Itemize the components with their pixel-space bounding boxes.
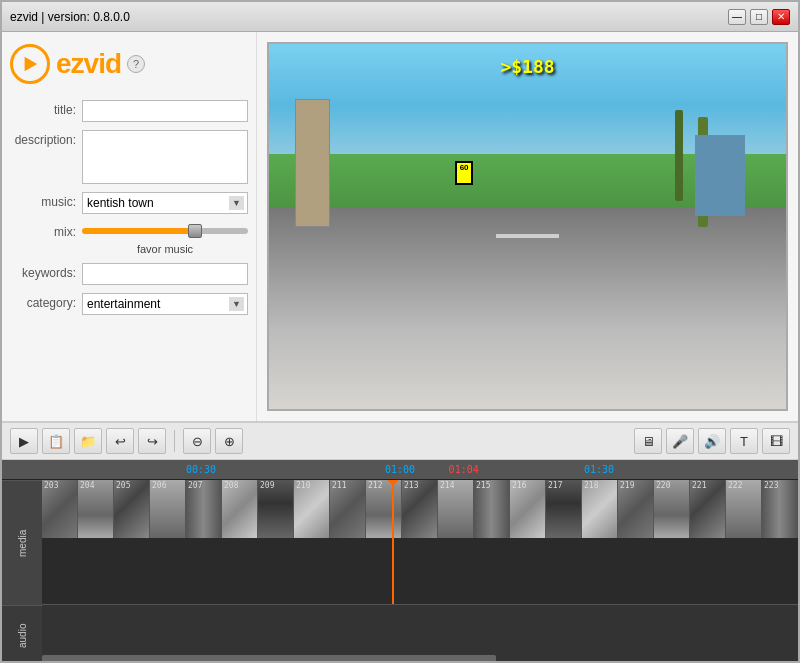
close-button[interactable]: ✕	[772, 9, 790, 25]
clip-thumb[interactable]: 203	[42, 480, 78, 538]
clip-thumb[interactable]: 214	[438, 480, 474, 538]
left-structure	[295, 99, 330, 227]
clip-thumb[interactable]: 210	[294, 480, 330, 538]
description-row: description:	[10, 130, 248, 184]
toolbar-area: ▶ 📋 📁 ↩ ↪ ⊖ ⊕ 🖥 🎤 🔊 T 🎞	[2, 422, 798, 460]
music-row: music: kentish town	[10, 192, 248, 214]
undo-button[interactable]: ↩	[106, 428, 134, 454]
clip-thumb[interactable]: 222	[726, 480, 762, 538]
time-marker-0030: 00:30	[186, 464, 216, 475]
help-icon[interactable]: ?	[127, 55, 145, 73]
text-button[interactable]: T	[730, 428, 758, 454]
clip-thumb[interactable]: 212	[366, 480, 402, 538]
mix-label: mix:	[10, 222, 82, 239]
audio-label: audio	[2, 605, 42, 663]
time-marker-current: 01:04	[449, 464, 479, 475]
clip-thumb[interactable]: 207	[186, 480, 222, 538]
description-input[interactable]	[82, 130, 248, 184]
clip-thumb[interactable]: 219	[618, 480, 654, 538]
time-marker-0130: 01:30	[584, 464, 614, 475]
play-button[interactable]: ▶	[10, 428, 38, 454]
redo-button[interactable]: ↪	[138, 428, 166, 454]
palm-tree-2	[675, 110, 683, 201]
keywords-label: keywords:	[10, 263, 82, 280]
film-button[interactable]: 🎞	[762, 428, 790, 454]
category-select-wrapper: entertainment	[82, 293, 248, 315]
zoom-in-button[interactable]: ⊕	[215, 428, 243, 454]
clip-thumb[interactable]: 223	[762, 480, 798, 538]
clip-thumb[interactable]: 218	[582, 480, 618, 538]
mix-row: mix:	[10, 222, 248, 239]
film-icon: 🎞	[770, 434, 783, 449]
playhead	[392, 480, 394, 604]
title-input[interactable]	[82, 100, 248, 122]
clip-thumb[interactable]: 208	[222, 480, 258, 538]
add-clip-icon: 📋	[48, 434, 64, 449]
timeline-content: media audio 2032042052062072082092102112…	[2, 480, 798, 663]
toolbar-right: 🖥 🎤 🔊 T 🎞	[634, 428, 790, 454]
logo-icon	[10, 44, 50, 84]
clip-thumb[interactable]: 209	[258, 480, 294, 538]
logo-vid: vid	[84, 48, 121, 79]
clip-thumb[interactable]: 215	[474, 480, 510, 538]
clip-thumb[interactable]: 211	[330, 480, 366, 538]
category-label: category:	[10, 293, 82, 310]
speaker-button[interactable]: 🔊	[698, 428, 726, 454]
audio-wave-bar	[42, 655, 496, 663]
music-select-wrapper: kentish town	[82, 192, 248, 214]
zoom-in-icon: ⊕	[224, 434, 235, 449]
category-select[interactable]: entertainment	[82, 293, 248, 315]
music-label: music:	[10, 192, 82, 209]
timeline-header: 00:30 01:00 01:04 01:30	[2, 460, 798, 480]
media-track: 2032042052062072082092102112122132142152…	[42, 480, 798, 605]
timeline-tracks: 2032042052062072082092102112122132142152…	[42, 480, 798, 663]
svg-marker-0	[25, 57, 38, 71]
play-icon	[21, 55, 39, 73]
mic-icon: 🎤	[672, 434, 688, 449]
toolbar-divider-1	[174, 430, 175, 452]
clip-thumb[interactable]: 221	[690, 480, 726, 538]
audio-track	[42, 605, 798, 663]
clips-row: 2032042052062072082092102112122132142152…	[42, 480, 798, 604]
preview-panel: >$188 60	[257, 32, 798, 421]
monitor-button[interactable]: 🖥	[634, 428, 662, 454]
category-row: category: entertainment	[10, 293, 248, 315]
road-bg	[269, 208, 786, 409]
road-line-center	[496, 234, 558, 238]
logo-area: ezvid ?	[10, 44, 248, 84]
video-score: >$188	[500, 56, 554, 77]
open-folder-icon: 📁	[80, 434, 96, 449]
open-folder-button[interactable]: 📁	[74, 428, 102, 454]
video-preview: >$188 60	[267, 42, 788, 411]
zoom-out-icon: ⊖	[192, 434, 203, 449]
title-row: title:	[10, 100, 248, 122]
title-label: title:	[10, 100, 82, 117]
keywords-row: keywords:	[10, 263, 248, 285]
minimize-button[interactable]: —	[728, 9, 746, 25]
logo-text: ezvid	[56, 48, 121, 80]
window-title: ezvid | version: 0.8.0.0	[10, 10, 130, 24]
clip-thumb[interactable]: 213	[402, 480, 438, 538]
speaker-icon: 🔊	[704, 434, 720, 449]
clip-thumb[interactable]: 217	[546, 480, 582, 538]
maximize-button[interactable]: □	[750, 9, 768, 25]
clip-thumb[interactable]: 204	[78, 480, 114, 538]
main-area: ezvid ? title: description: music: kenti…	[2, 32, 798, 422]
add-clip-button[interactable]: 📋	[42, 428, 70, 454]
keywords-input[interactable]	[82, 263, 248, 285]
redo-icon: ↪	[147, 434, 158, 449]
video-canvas: >$188 60	[269, 44, 786, 409]
mic-button[interactable]: 🎤	[666, 428, 694, 454]
mix-caption: favor music	[82, 243, 248, 255]
clip-thumb[interactable]: 205	[114, 480, 150, 538]
audio-waveform	[42, 605, 798, 663]
logo-ez: ez	[56, 48, 84, 79]
zoom-out-button[interactable]: ⊖	[183, 428, 211, 454]
speed-sign: 60	[455, 161, 473, 185]
clip-thumb[interactable]: 216	[510, 480, 546, 538]
music-select[interactable]: kentish town	[82, 192, 248, 214]
clip-thumb[interactable]: 220	[654, 480, 690, 538]
clip-thumb[interactable]: 206	[150, 480, 186, 538]
building	[695, 135, 745, 215]
mix-slider[interactable]	[82, 228, 248, 234]
